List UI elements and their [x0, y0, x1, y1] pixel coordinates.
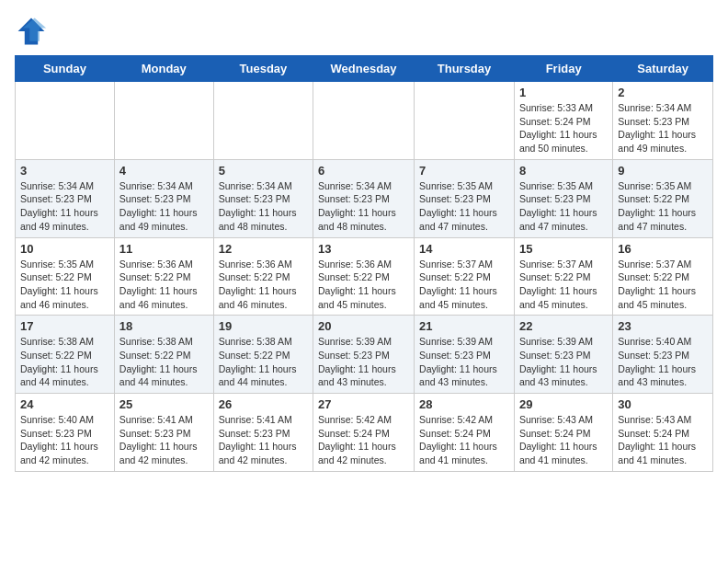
day-number: 12 — [219, 242, 308, 256]
calendar-cell: 28Sunrise: 5:42 AMSunset: 5:24 PMDayligh… — [415, 394, 515, 472]
calendar-cell: 23Sunrise: 5:40 AMSunset: 5:23 PMDayligh… — [613, 316, 713, 394]
day-number: 8 — [519, 164, 608, 178]
day-info: Sunrise: 5:38 AMSunset: 5:22 PMDaylight:… — [20, 335, 109, 389]
day-info: Sunrise: 5:36 AMSunset: 5:22 PMDaylight:… — [119, 258, 209, 312]
day-info: Sunrise: 5:43 AMSunset: 5:24 PMDaylight:… — [519, 413, 608, 467]
day-number: 30 — [618, 397, 708, 411]
day-number: 29 — [519, 397, 608, 411]
day-number: 20 — [318, 319, 409, 333]
calendar-cell: 16Sunrise: 5:37 AMSunset: 5:22 PMDayligh… — [613, 237, 713, 316]
weekday-header-tuesday: Tuesday — [213, 56, 313, 82]
day-number: 11 — [119, 242, 209, 256]
calendar-cell: 14Sunrise: 5:37 AMSunset: 5:22 PMDayligh… — [415, 237, 515, 316]
day-info: Sunrise: 5:42 AMSunset: 5:24 PMDaylight:… — [419, 413, 509, 467]
calendar-cell: 25Sunrise: 5:41 AMSunset: 5:23 PMDayligh… — [114, 394, 213, 472]
day-number: 22 — [519, 319, 608, 333]
day-number: 6 — [318, 164, 409, 178]
day-info: Sunrise: 5:43 AMSunset: 5:24 PMDaylight:… — [618, 413, 708, 467]
day-info: Sunrise: 5:39 AMSunset: 5:23 PMDaylight:… — [318, 335, 409, 389]
calendar-cell: 6Sunrise: 5:34 AMSunset: 5:23 PMDaylight… — [313, 159, 415, 237]
day-info: Sunrise: 5:37 AMSunset: 5:22 PMDaylight:… — [419, 258, 509, 312]
calendar-cell — [415, 82, 515, 160]
day-number: 13 — [318, 242, 409, 256]
calendar-cell: 7Sunrise: 5:35 AMSunset: 5:23 PMDaylight… — [415, 159, 515, 237]
weekday-header-friday: Friday — [514, 56, 612, 82]
calendar-cell: 2Sunrise: 5:34 AMSunset: 5:23 PMDaylight… — [613, 82, 713, 160]
day-info: Sunrise: 5:40 AMSunset: 5:23 PMDaylight:… — [20, 413, 109, 467]
calendar-week-1: 1Sunrise: 5:33 AMSunset: 5:24 PMDaylight… — [16, 82, 713, 160]
day-number: 27 — [318, 397, 409, 411]
calendar-cell: 15Sunrise: 5:37 AMSunset: 5:22 PMDayligh… — [514, 237, 612, 316]
calendar-cell: 9Sunrise: 5:35 AMSunset: 5:22 PMDaylight… — [613, 159, 713, 237]
day-number: 24 — [20, 397, 109, 411]
day-number: 23 — [618, 319, 708, 333]
day-info: Sunrise: 5:34 AMSunset: 5:23 PMDaylight:… — [318, 179, 409, 234]
calendar-cell: 11Sunrise: 5:36 AMSunset: 5:22 PMDayligh… — [114, 237, 213, 316]
calendar-cell: 17Sunrise: 5:38 AMSunset: 5:22 PMDayligh… — [16, 316, 115, 394]
weekday-header-monday: Monday — [114, 56, 213, 82]
day-info: Sunrise: 5:34 AMSunset: 5:23 PMDaylight:… — [20, 179, 109, 234]
logo-icon — [15, 15, 48, 48]
day-info: Sunrise: 5:38 AMSunset: 5:22 PMDaylight:… — [119, 335, 209, 389]
day-info: Sunrise: 5:34 AMSunset: 5:23 PMDaylight:… — [618, 101, 708, 155]
day-number: 7 — [419, 164, 509, 178]
day-number: 3 — [20, 164, 109, 178]
weekday-header-saturday: Saturday — [613, 56, 713, 82]
day-info: Sunrise: 5:35 AMSunset: 5:23 PMDaylight:… — [519, 179, 608, 234]
calendar-cell: 21Sunrise: 5:39 AMSunset: 5:23 PMDayligh… — [415, 316, 515, 394]
day-info: Sunrise: 5:38 AMSunset: 5:22 PMDaylight:… — [219, 335, 308, 389]
calendar-cell: 27Sunrise: 5:42 AMSunset: 5:24 PMDayligh… — [313, 394, 415, 472]
calendar-cell: 8Sunrise: 5:35 AMSunset: 5:23 PMDaylight… — [514, 159, 612, 237]
calendar-cell: 18Sunrise: 5:38 AMSunset: 5:22 PMDayligh… — [114, 316, 213, 394]
day-number: 2 — [618, 86, 708, 99]
day-info: Sunrise: 5:42 AMSunset: 5:24 PMDaylight:… — [318, 413, 409, 467]
day-number: 9 — [618, 164, 708, 178]
day-number: 19 — [219, 319, 308, 333]
day-number: 25 — [119, 397, 209, 411]
calendar-cell: 29Sunrise: 5:43 AMSunset: 5:24 PMDayligh… — [514, 394, 612, 472]
day-info: Sunrise: 5:35 AMSunset: 5:22 PMDaylight:… — [20, 258, 109, 312]
day-info: Sunrise: 5:37 AMSunset: 5:22 PMDaylight:… — [519, 258, 608, 312]
day-number: 15 — [519, 242, 608, 256]
day-info: Sunrise: 5:41 AMSunset: 5:23 PMDaylight:… — [219, 413, 308, 467]
calendar-week-2: 3Sunrise: 5:34 AMSunset: 5:23 PMDaylight… — [16, 159, 713, 237]
day-info: Sunrise: 5:40 AMSunset: 5:23 PMDaylight:… — [618, 335, 708, 389]
day-info: Sunrise: 5:34 AMSunset: 5:23 PMDaylight:… — [219, 179, 308, 234]
calendar-week-5: 24Sunrise: 5:40 AMSunset: 5:23 PMDayligh… — [16, 394, 713, 472]
day-info: Sunrise: 5:41 AMSunset: 5:23 PMDaylight:… — [119, 413, 209, 467]
calendar-cell: 26Sunrise: 5:41 AMSunset: 5:23 PMDayligh… — [213, 394, 313, 472]
logo — [15, 15, 51, 48]
day-info: Sunrise: 5:36 AMSunset: 5:22 PMDaylight:… — [318, 258, 409, 312]
weekday-header-wednesday: Wednesday — [313, 56, 415, 82]
day-info: Sunrise: 5:36 AMSunset: 5:22 PMDaylight:… — [219, 258, 308, 312]
calendar-cell: 3Sunrise: 5:34 AMSunset: 5:23 PMDaylight… — [16, 159, 115, 237]
calendar-cell: 22Sunrise: 5:39 AMSunset: 5:23 PMDayligh… — [514, 316, 612, 394]
day-number: 14 — [419, 242, 509, 256]
calendar-cell — [313, 82, 415, 160]
day-info: Sunrise: 5:39 AMSunset: 5:23 PMDaylight:… — [519, 335, 608, 389]
calendar-cell: 1Sunrise: 5:33 AMSunset: 5:24 PMDaylight… — [514, 82, 612, 160]
day-number: 21 — [419, 319, 509, 333]
day-number: 1 — [519, 86, 608, 99]
day-number: 17 — [20, 319, 109, 333]
day-number: 10 — [20, 242, 109, 256]
day-info: Sunrise: 5:33 AMSunset: 5:24 PMDaylight:… — [519, 101, 608, 155]
calendar-cell: 5Sunrise: 5:34 AMSunset: 5:23 PMDaylight… — [213, 159, 313, 237]
calendar-week-3: 10Sunrise: 5:35 AMSunset: 5:22 PMDayligh… — [16, 237, 713, 316]
calendar-cell: 12Sunrise: 5:36 AMSunset: 5:22 PMDayligh… — [213, 237, 313, 316]
calendar-cell — [16, 82, 115, 160]
calendar-week-4: 17Sunrise: 5:38 AMSunset: 5:22 PMDayligh… — [16, 316, 713, 394]
calendar-cell: 24Sunrise: 5:40 AMSunset: 5:23 PMDayligh… — [16, 394, 115, 472]
calendar-cell: 10Sunrise: 5:35 AMSunset: 5:22 PMDayligh… — [16, 237, 115, 316]
day-info: Sunrise: 5:37 AMSunset: 5:22 PMDaylight:… — [618, 258, 708, 312]
calendar-cell: 19Sunrise: 5:38 AMSunset: 5:22 PMDayligh… — [213, 316, 313, 394]
day-number: 5 — [219, 164, 308, 178]
calendar-cell — [213, 82, 313, 160]
weekday-header-row: SundayMondayTuesdayWednesdayThursdayFrid… — [16, 56, 713, 82]
day-number: 28 — [419, 397, 509, 411]
day-number: 18 — [119, 319, 209, 333]
calendar-cell: 20Sunrise: 5:39 AMSunset: 5:23 PMDayligh… — [313, 316, 415, 394]
weekday-header-sunday: Sunday — [16, 56, 115, 82]
day-number: 16 — [618, 242, 708, 256]
weekday-header-thursday: Thursday — [415, 56, 515, 82]
